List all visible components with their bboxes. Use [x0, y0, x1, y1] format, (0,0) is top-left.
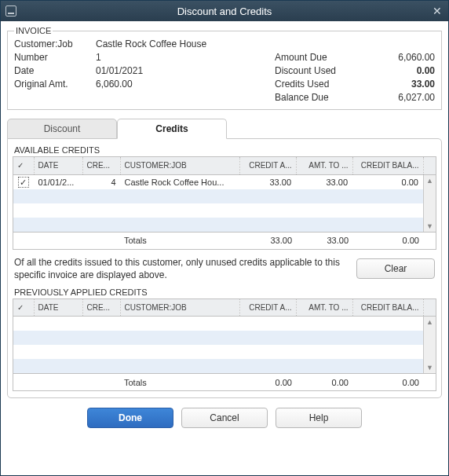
col-check[interactable]: ✓ — [13, 157, 34, 174]
col-creditamt[interactable]: CREDIT A... — [239, 299, 296, 317]
value-discountused: 0.00 — [372, 65, 435, 76]
scroll-down-icon[interactable]: ▼ — [424, 362, 436, 373]
scroll-up-icon[interactable]: ▲ — [424, 317, 436, 328]
previous-credits-title: PREVIOUSLY APPLIED CREDITS — [14, 287, 436, 297]
cancel-button[interactable]: Cancel — [181, 408, 268, 428]
title-bar: Discount and Credits ✕ — [1, 1, 448, 21]
value-customerjob: Castle Rock Coffee House — [96, 38, 272, 49]
done-button[interactable]: Done — [87, 408, 173, 428]
col-amttouse[interactable]: AMT. TO ... — [296, 299, 352, 317]
label-amountdue: Amount Due — [275, 52, 369, 63]
label-originalamt: Original Amt. — [14, 79, 93, 90]
clear-button[interactable]: Clear — [356, 258, 435, 279]
tab-credits[interactable]: Credits — [117, 119, 227, 139]
col-customerjob[interactable]: CUSTOMER:JOB — [120, 299, 239, 317]
available-credits-title: AVAILABLE CREDITS — [14, 145, 436, 155]
cell-creditamt: 33.00 — [239, 175, 296, 189]
available-totals-label: Totals — [120, 236, 239, 245]
available-total-creditbal: 0.00 — [352, 236, 423, 245]
previous-credits-table: ✓ DATE CRE... CUSTOMER:JOB CREDIT A... A… — [13, 298, 436, 392]
credits-note: Of all the credits issued to this custom… — [14, 256, 349, 281]
cell-customerjob: Castle Rock Coffee Hou... — [120, 175, 239, 189]
available-total-creditamt: 33.00 — [239, 236, 296, 245]
cell-amttouse: 33.00 — [296, 175, 352, 189]
credits-panel: AVAILABLE CREDITS ✓ DATE CRE... CUSTOMER… — [7, 138, 442, 398]
previous-totals-label: Totals — [120, 378, 239, 387]
scroll-down-icon[interactable]: ▼ — [424, 221, 436, 232]
cell-creditbal: 0.00 — [352, 175, 423, 189]
tab-strip: Discount Credits — [7, 118, 442, 138]
col-creditbal[interactable]: CREDIT BALA... — [352, 157, 423, 174]
invoice-legend: INVOICE — [14, 26, 53, 35]
previous-total-creditbal: 0.00 — [352, 378, 423, 387]
value-date: 01/01/2021 — [96, 65, 272, 76]
label-number: Number — [14, 52, 93, 63]
available-total-amttouse: 33.00 — [296, 236, 352, 245]
invoice-section: INVOICE Customer:Job Castle Rock Coffee … — [7, 26, 442, 110]
scrollbar[interactable]: ▲ ▼ — [423, 175, 436, 232]
value-originalamt: 6,060.00 — [96, 79, 272, 90]
col-check[interactable]: ✓ — [13, 299, 34, 317]
checkmark-icon[interactable]: ✓ — [18, 177, 29, 188]
window-restore-icon[interactable] — [5, 5, 16, 16]
help-button[interactable]: Help — [276, 408, 362, 428]
scrollbar[interactable]: ▲ ▼ — [423, 317, 436, 373]
value-balancedue: 6,027.00 — [372, 92, 435, 103]
col-creditno[interactable]: CRE... — [82, 299, 120, 317]
label-balancedue: Balance Due — [275, 92, 369, 103]
col-creditbal[interactable]: CREDIT BALA... — [352, 299, 423, 317]
cell-creditno: 4 — [82, 175, 120, 189]
previous-total-creditamt: 0.00 — [239, 378, 296, 387]
scroll-up-icon[interactable]: ▲ — [424, 175, 436, 186]
available-credits-table: ✓ DATE CRE... CUSTOMER:JOB CREDIT A... A… — [13, 156, 436, 250]
tab-discount[interactable]: Discount — [7, 119, 117, 139]
col-customerjob[interactable]: CUSTOMER:JOB — [120, 157, 239, 174]
window-title: Discount and Credits — [1, 5, 448, 17]
label-customerjob: Customer:Job — [14, 38, 93, 49]
cell-date: 01/01/2... — [34, 175, 82, 189]
label-date: Date — [14, 65, 93, 76]
col-creditno[interactable]: CRE... — [82, 157, 120, 174]
value-number: 1 — [96, 52, 272, 63]
value-creditsused: 33.00 — [372, 79, 435, 90]
col-date[interactable]: DATE — [34, 157, 82, 174]
label-discountused: Discount Used — [275, 65, 369, 76]
table-row[interactable]: ✓ 01/01/2... 4 Castle Rock Coffee Hou...… — [13, 175, 423, 189]
label-creditsused: Credits Used — [275, 79, 369, 90]
col-creditamt[interactable]: CREDIT A... — [239, 157, 296, 174]
close-icon[interactable]: ✕ — [433, 5, 442, 17]
col-amttouse[interactable]: AMT. TO ... — [296, 157, 352, 174]
col-date[interactable]: DATE — [34, 299, 82, 317]
previous-total-amttouse: 0.00 — [296, 378, 352, 387]
value-amountdue: 6,060.00 — [372, 52, 435, 63]
